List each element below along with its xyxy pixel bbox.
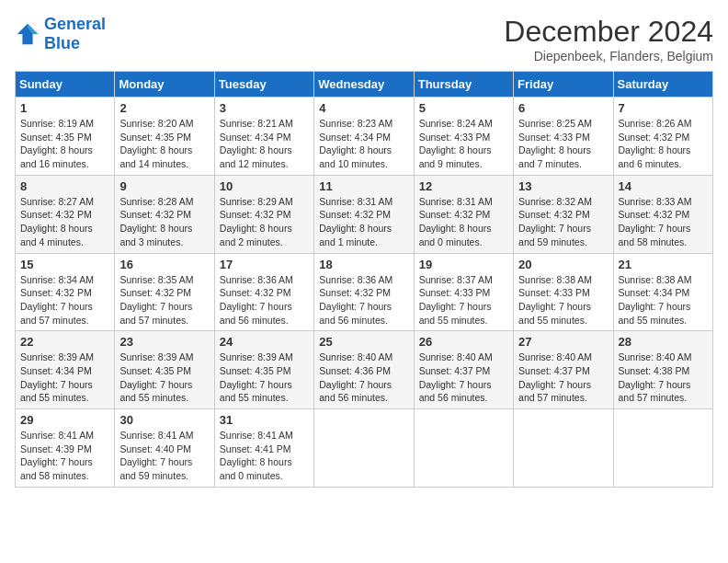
day-number: 30: [119, 413, 209, 427]
day-info: Sunrise: 8:40 AM Sunset: 4:37 PM Dayligh…: [518, 350, 608, 405]
day-info: Sunrise: 8:41 AM Sunset: 4:39 PM Dayligh…: [20, 429, 109, 483]
logo: General Blue: [15, 15, 106, 53]
day-number: 27: [518, 335, 608, 349]
day-info: Sunrise: 8:37 AM Sunset: 4:33 PM Dayligh…: [419, 273, 508, 327]
day-info: Sunrise: 8:31 AM Sunset: 4:32 PM Dayligh…: [419, 195, 508, 249]
calendar-cell: 12Sunrise: 8:31 AM Sunset: 4:32 PM Dayli…: [414, 175, 513, 253]
calendar-cell: [314, 409, 414, 488]
day-info: Sunrise: 8:40 AM Sunset: 4:37 PM Dayligh…: [419, 350, 508, 405]
day-number: 19: [419, 258, 508, 271]
day-info: Sunrise: 8:28 AM Sunset: 4:32 PM Dayligh…: [119, 195, 209, 249]
calendar-cell: 27Sunrise: 8:40 AM Sunset: 4:37 PM Dayli…: [514, 331, 613, 409]
day-info: Sunrise: 8:24 AM Sunset: 4:33 PM Dayligh…: [419, 117, 508, 171]
day-info: Sunrise: 8:38 AM Sunset: 4:34 PM Dayligh…: [619, 273, 708, 327]
day-number: 28: [619, 335, 708, 349]
calendar-cell: 11Sunrise: 8:31 AM Sunset: 4:32 PM Dayli…: [314, 175, 414, 253]
calendar-cell: 6Sunrise: 8:25 AM Sunset: 4:33 PM Daylig…: [514, 98, 613, 176]
calendar-cell: 3Sunrise: 8:21 AM Sunset: 4:34 PM Daylig…: [214, 98, 313, 176]
logo-icon: [15, 21, 40, 47]
day-info: Sunrise: 8:39 AM Sunset: 4:35 PM Dayligh…: [119, 350, 209, 405]
day-info: Sunrise: 8:23 AM Sunset: 4:34 PM Dayligh…: [319, 117, 408, 171]
day-number: 3: [220, 101, 309, 115]
calendar-cell: 10Sunrise: 8:29 AM Sunset: 4:32 PM Dayli…: [214, 175, 313, 253]
calendar-cell: 23Sunrise: 8:39 AM Sunset: 4:35 PM Dayli…: [115, 331, 214, 409]
calendar-cell: 9Sunrise: 8:28 AM Sunset: 4:32 PM Daylig…: [115, 175, 214, 253]
weekday-header: Monday: [115, 72, 214, 98]
day-number: 22: [20, 335, 109, 349]
day-number: 21: [619, 258, 708, 271]
calendar-cell: [414, 409, 513, 488]
day-number: 20: [518, 258, 608, 271]
calendar-cell: 2Sunrise: 8:20 AM Sunset: 4:35 PM Daylig…: [115, 98, 214, 176]
day-number: 29: [20, 413, 109, 427]
calendar-cell: 19Sunrise: 8:37 AM Sunset: 4:33 PM Dayli…: [414, 253, 513, 331]
calendar-cell: 14Sunrise: 8:33 AM Sunset: 4:32 PM Dayli…: [613, 175, 712, 253]
day-info: Sunrise: 8:39 AM Sunset: 4:34 PM Dayligh…: [20, 350, 109, 405]
day-number: 7: [619, 101, 708, 115]
day-number: 24: [220, 335, 309, 349]
day-number: 25: [319, 335, 408, 349]
calendar-cell: 20Sunrise: 8:38 AM Sunset: 4:33 PM Dayli…: [514, 253, 613, 331]
calendar-cell: 30Sunrise: 8:41 AM Sunset: 4:40 PM Dayli…: [115, 409, 214, 488]
day-info: Sunrise: 8:41 AM Sunset: 4:41 PM Dayligh…: [220, 429, 309, 483]
day-info: Sunrise: 8:39 AM Sunset: 4:35 PM Dayligh…: [220, 350, 309, 405]
day-info: Sunrise: 8:35 AM Sunset: 4:32 PM Dayligh…: [119, 273, 209, 327]
weekday-header: Thursday: [414, 72, 513, 98]
calendar-cell: [514, 409, 613, 488]
weekday-header: Sunday: [16, 72, 115, 98]
calendar-cell: 31Sunrise: 8:41 AM Sunset: 4:41 PM Dayli…: [214, 409, 313, 488]
day-info: Sunrise: 8:20 AM Sunset: 4:35 PM Dayligh…: [119, 117, 209, 171]
day-number: 16: [119, 258, 209, 271]
logo-text: General Blue: [44, 15, 106, 53]
day-number: 11: [319, 179, 408, 193]
calendar-cell: 7Sunrise: 8:26 AM Sunset: 4:32 PM Daylig…: [613, 98, 712, 176]
day-number: 18: [319, 258, 408, 271]
calendar-cell: 16Sunrise: 8:35 AM Sunset: 4:32 PM Dayli…: [115, 253, 214, 331]
day-number: 31: [220, 413, 309, 427]
day-info: Sunrise: 8:25 AM Sunset: 4:33 PM Dayligh…: [518, 117, 608, 171]
calendar-cell: 1Sunrise: 8:19 AM Sunset: 4:35 PM Daylig…: [16, 98, 115, 176]
day-number: 14: [619, 179, 708, 193]
calendar-week-row: 29Sunrise: 8:41 AM Sunset: 4:39 PM Dayli…: [16, 409, 713, 488]
calendar-cell: 18Sunrise: 8:36 AM Sunset: 4:32 PM Dayli…: [314, 253, 414, 331]
calendar-cell: 28Sunrise: 8:40 AM Sunset: 4:38 PM Dayli…: [613, 331, 712, 409]
calendar-cell: 21Sunrise: 8:38 AM Sunset: 4:34 PM Dayli…: [613, 253, 712, 331]
day-info: Sunrise: 8:33 AM Sunset: 4:32 PM Dayligh…: [619, 195, 708, 249]
calendar-cell: 5Sunrise: 8:24 AM Sunset: 4:33 PM Daylig…: [414, 98, 513, 176]
day-info: Sunrise: 8:34 AM Sunset: 4:32 PM Dayligh…: [20, 273, 109, 327]
day-info: Sunrise: 8:31 AM Sunset: 4:32 PM Dayligh…: [319, 195, 408, 249]
day-info: Sunrise: 8:38 AM Sunset: 4:33 PM Dayligh…: [518, 273, 608, 327]
title-section: December 2024 Diepenbeek, Flanders, Belg…: [504, 15, 713, 63]
calendar-cell: 15Sunrise: 8:34 AM Sunset: 4:32 PM Dayli…: [16, 253, 115, 331]
page-header: General Blue December 2024 Diepenbeek, F…: [15, 15, 713, 63]
day-info: Sunrise: 8:41 AM Sunset: 4:40 PM Dayligh…: [119, 429, 209, 483]
calendar-cell: 17Sunrise: 8:36 AM Sunset: 4:32 PM Dayli…: [214, 253, 313, 331]
day-info: Sunrise: 8:36 AM Sunset: 4:32 PM Dayligh…: [319, 273, 408, 327]
day-number: 1: [20, 101, 109, 115]
calendar-cell: [613, 409, 712, 488]
calendar-cell: 13Sunrise: 8:32 AM Sunset: 4:32 PM Dayli…: [514, 175, 613, 253]
day-number: 15: [20, 258, 109, 271]
day-number: 5: [419, 101, 508, 115]
day-info: Sunrise: 8:36 AM Sunset: 4:32 PM Dayligh…: [220, 273, 309, 327]
day-info: Sunrise: 8:40 AM Sunset: 4:38 PM Dayligh…: [619, 350, 708, 405]
day-info: Sunrise: 8:32 AM Sunset: 4:32 PM Dayligh…: [518, 195, 608, 249]
day-number: 2: [119, 101, 209, 115]
day-info: Sunrise: 8:40 AM Sunset: 4:36 PM Dayligh…: [319, 350, 408, 405]
day-number: 12: [419, 179, 508, 193]
day-number: 9: [119, 179, 209, 193]
calendar-cell: 26Sunrise: 8:40 AM Sunset: 4:37 PM Dayli…: [414, 331, 513, 409]
day-number: 17: [220, 258, 309, 271]
calendar-header-row: SundayMondayTuesdayWednesdayThursdayFrid…: [16, 72, 713, 98]
day-number: 6: [518, 101, 608, 115]
calendar-cell: 4Sunrise: 8:23 AM Sunset: 4:34 PM Daylig…: [314, 98, 414, 176]
day-info: Sunrise: 8:27 AM Sunset: 4:32 PM Dayligh…: [20, 195, 109, 249]
weekday-header: Saturday: [613, 72, 712, 98]
day-number: 10: [220, 179, 309, 193]
calendar-week-row: 8Sunrise: 8:27 AM Sunset: 4:32 PM Daylig…: [16, 175, 713, 253]
day-info: Sunrise: 8:19 AM Sunset: 4:35 PM Dayligh…: [20, 117, 109, 171]
calendar-cell: 29Sunrise: 8:41 AM Sunset: 4:39 PM Dayli…: [16, 409, 115, 488]
day-info: Sunrise: 8:29 AM Sunset: 4:32 PM Dayligh…: [220, 195, 309, 249]
day-info: Sunrise: 8:21 AM Sunset: 4:34 PM Dayligh…: [220, 117, 309, 171]
day-number: 13: [518, 179, 608, 193]
